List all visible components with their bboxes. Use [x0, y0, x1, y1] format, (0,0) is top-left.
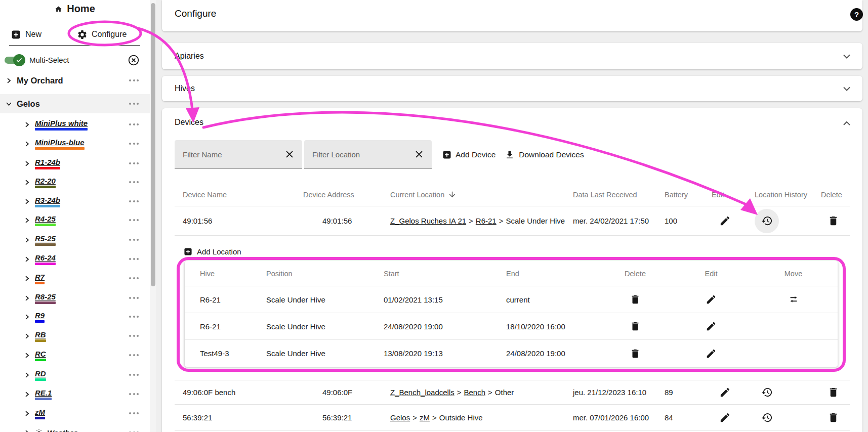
location-link[interactable]: Bench	[464, 388, 486, 397]
sidebar-item-r5-25[interactable]: R5-25	[0, 230, 150, 249]
apiaries-section[interactable]: Apiaries	[162, 43, 862, 69]
more-options-icon[interactable]	[129, 181, 139, 183]
sidebar-item-r3-24b[interactable]: R3-24b	[0, 192, 150, 211]
sidebar-item-miniplus-blue[interactable]: MiniPlus-blue	[0, 134, 150, 153]
edit-location-button[interactable]	[701, 316, 721, 336]
configure-button[interactable]: Configure	[77, 29, 127, 40]
delete-device-button[interactable]	[821, 210, 845, 232]
devices-section-title: Devices	[175, 108, 850, 135]
sidebar-item-r2-20[interactable]: R2-20	[0, 172, 150, 192]
edit-location-button[interactable]	[701, 343, 721, 364]
download-devices-button[interactable]: Download Devices	[505, 150, 584, 160]
tree-label: R9	[35, 311, 45, 320]
filter-location-input[interactable]	[312, 140, 408, 168]
more-options-icon[interactable]	[129, 239, 139, 241]
location-link[interactable]: Gelos	[390, 413, 410, 422]
location-history-row: R6-21 Scale Under Hive 01/02/2021 13:15 …	[185, 286, 838, 313]
more-options-icon[interactable]	[129, 335, 139, 337]
sidebar-scrollbar[interactable]	[150, 0, 156, 432]
more-options-icon[interactable]	[129, 258, 139, 260]
delete-location-button[interactable]	[625, 316, 645, 336]
chevron-down-icon[interactable]	[841, 82, 853, 95]
edit-device-button[interactable]	[713, 210, 737, 232]
sidebar-item-zm[interactable]: zM	[0, 404, 150, 423]
move-location-button[interactable]	[783, 289, 804, 310]
sidebar-item-my-orchard[interactable]: My Orchard	[0, 71, 150, 90]
sidebar-item-r8-25[interactable]: R8-25	[0, 288, 150, 308]
more-options-icon[interactable]	[129, 374, 139, 376]
multi-select-toggle[interactable]	[5, 57, 24, 64]
location-link[interactable]: zM	[420, 413, 430, 422]
delete-location-button[interactable]	[625, 289, 645, 310]
more-options-icon[interactable]	[129, 412, 139, 414]
delete-device-button[interactable]	[821, 381, 845, 404]
clear-filter-location-icon[interactable]	[414, 149, 425, 160]
sidebar-item-r6-24[interactable]: R6-24	[0, 249, 150, 269]
sidebar-item-weather[interactable]: Weather	[0, 423, 150, 432]
chevron-right-icon	[23, 198, 31, 205]
more-options-icon[interactable]	[129, 200, 139, 202]
sidebar-item-rb[interactable]: RB	[0, 326, 150, 345]
location-history-button[interactable]	[755, 209, 779, 233]
sidebar-item-gelos[interactable]: Gelos	[0, 94, 150, 113]
deselect-all-icon[interactable]	[128, 54, 140, 66]
color-bar	[35, 320, 45, 323]
device-address: 56:39:21	[303, 413, 390, 422]
pencil-icon	[719, 386, 731, 398]
page-title: Configure	[175, 8, 216, 19]
edit-device-button[interactable]	[713, 407, 737, 429]
sort-descending-icon[interactable]	[448, 190, 457, 199]
chevron-right-icon	[23, 429, 31, 432]
location-history-button[interactable]	[755, 381, 779, 404]
add-location-button[interactable]: Add Location	[184, 247, 850, 256]
sidebar-item-rd[interactable]: RD	[0, 365, 150, 384]
column-header[interactable]: Current Location	[390, 190, 573, 199]
filter-name-input[interactable]	[183, 140, 279, 168]
more-options-icon[interactable]	[129, 316, 139, 318]
home-button[interactable]: Home	[0, 3, 150, 15]
more-options-icon[interactable]	[129, 143, 139, 145]
chevron-right-icon	[23, 236, 31, 244]
more-options-icon[interactable]	[129, 393, 139, 395]
location-link[interactable]: R6-21	[476, 217, 497, 225]
location-history-button[interactable]	[755, 407, 779, 429]
sidebar-item-r9[interactable]: R9	[0, 307, 150, 326]
sidebar-item-r4-25[interactable]: R4-25	[0, 210, 150, 230]
sidebar-item-r7[interactable]: R7	[0, 269, 150, 288]
more-options-icon[interactable]	[129, 79, 139, 81]
more-options-icon[interactable]	[129, 162, 139, 164]
new-button[interactable]: New	[11, 30, 42, 39]
color-bar	[35, 167, 60, 169]
sidebar-item-r1-24b[interactable]: R1-24b	[0, 154, 150, 173]
more-options-icon[interactable]	[129, 354, 139, 356]
sidebar-item-miniplus-white[interactable]: MiniPlus white	[0, 115, 150, 134]
location-link[interactable]: Z_Bench_loadcells	[390, 388, 454, 397]
more-options-icon[interactable]	[129, 297, 139, 299]
configure-header-card: Configure ?	[162, 0, 862, 31]
more-options-icon[interactable]	[129, 219, 139, 221]
location-history-panel: Add Location Hive Position Start End Del…	[175, 247, 850, 380]
chevron-up-icon[interactable]	[841, 117, 853, 129]
edit-location-button[interactable]	[701, 289, 721, 310]
color-bar	[35, 282, 45, 284]
delete-location-button[interactable]	[625, 343, 645, 364]
edit-device-button[interactable]	[713, 381, 737, 404]
sidebar-item-rc[interactable]: RC	[0, 345, 150, 365]
tree-label: Weather	[47, 428, 77, 432]
breadcrumb-separator: >	[412, 413, 417, 422]
clear-filter-name-icon[interactable]	[284, 149, 295, 160]
chevron-down-icon[interactable]	[841, 50, 853, 62]
add-device-button[interactable]: Add Device	[442, 150, 495, 159]
move-arrows-icon	[788, 294, 799, 305]
more-options-icon[interactable]	[129, 277, 139, 279]
hives-section[interactable]: Hives	[162, 76, 862, 101]
more-options-icon[interactable]	[129, 123, 139, 125]
position-value: Scale Under Hive	[262, 322, 384, 331]
location-link[interactable]: Z_Gelos Ruches IA 21	[390, 217, 466, 225]
scrollbar-thumb[interactable]	[151, 3, 155, 286]
help-button[interactable]: ?	[850, 8, 863, 21]
delete-device-button[interactable]	[821, 407, 845, 429]
end-value: 18/10/2020 16:00	[506, 322, 597, 331]
more-options-icon[interactable]	[129, 103, 139, 105]
sidebar-item-re1[interactable]: RE.1	[0, 384, 150, 404]
